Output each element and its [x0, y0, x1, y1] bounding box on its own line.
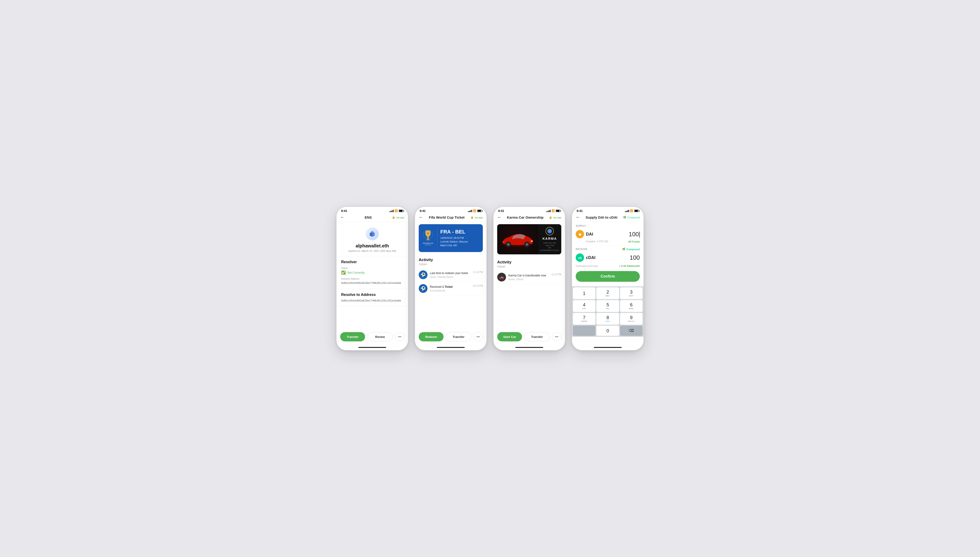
home-indicator — [437, 347, 465, 348]
nav-title: Karma Car Ownership — [507, 215, 544, 219]
svg-text:FIFA WORLD CUP: FIFA WORLD CUP — [423, 243, 433, 244]
phones-container: 9:41 📶 ← ENS 🔒 aw.app — [336, 207, 644, 350]
resolver-status-row: ✅ Set Correctly — [341, 270, 403, 275]
key-9[interactable]: 9WXYZ — [620, 313, 642, 325]
renew-button[interactable]: Renew — [367, 332, 393, 341]
key-8[interactable]: 8TUV — [596, 313, 619, 325]
ens-logo — [366, 228, 379, 241]
key-5[interactable]: 5JKL — [596, 300, 619, 312]
karma-logo — [546, 227, 554, 235]
battery-icon — [399, 210, 403, 212]
key-3[interactable]: 3DEF — [620, 287, 642, 299]
avatar-1: ⚽ — [419, 270, 427, 279]
activity-time-1: 11:13 PM — [473, 270, 483, 274]
svg-text:cD: cD — [578, 256, 582, 260]
nav-bar-karma: ← Karma Car Ownership 🔒 aw.app — [494, 213, 565, 222]
car-img-left — [497, 224, 538, 254]
all-funds-button[interactable]: All Funds — [628, 240, 640, 244]
svg-text:⚽: ⚽ — [421, 286, 426, 291]
supply-content: SUPPLY ◈ DAI 100 — [572, 222, 644, 347]
battery-icon — [556, 210, 560, 212]
resolver-address: 0x80cc263cb3fA1bE2AeC748b3811261c1E2a1ba… — [341, 281, 403, 285]
activity-date: TODAY — [497, 265, 561, 268]
redeem-button[interactable]: Redeem — [419, 332, 444, 341]
karma-details: Holder Year: 2013 Colour: Red VIN: KL3TA… — [540, 242, 559, 252]
back-button[interactable]: ← — [497, 215, 501, 220]
transfer-button[interactable]: Transfer — [340, 332, 365, 341]
svg-text:RUSSIA 2018: RUSSIA 2018 — [425, 244, 431, 246]
key-0[interactable]: 0 — [596, 326, 619, 336]
status-time: 9:41 — [577, 209, 583, 213]
more-button[interactable]: ••• — [552, 332, 561, 341]
nav-bar-supply: ← Supply DAI to cDAI 🌿 Compound — [572, 213, 644, 222]
phone-karma: 9:41 📶 ← Karma Car Ownership 🔒 aw.app — [493, 207, 565, 350]
key-6[interactable]: 6MNO — [620, 300, 642, 312]
svg-point-17 — [531, 241, 533, 242]
activity-sub-1: Issuer: Shankai Sports — [430, 276, 471, 278]
signal-icon — [468, 210, 472, 212]
cdai-name: cDAI — [586, 255, 595, 260]
svg-point-3 — [427, 233, 429, 234]
compound-badge: 🌿 Compound — [622, 248, 640, 251]
resolve-section: Resolve to Address 0x80cc263cb3fA1bE2AeC… — [336, 289, 408, 306]
compound-icon: 🌿 — [622, 248, 625, 251]
karma-content: KARMA Holder Year: 2013 Colour: Red VIN:… — [494, 222, 565, 329]
ens-expires: expires on: March 21, 2021 (256 days lef… — [348, 249, 396, 252]
start-car-button[interactable]: Start Car — [497, 332, 522, 341]
karma-avatar: 🚗 — [497, 273, 506, 282]
more-button[interactable]: ••• — [395, 332, 404, 341]
dai-token-row: ◈ DAI 100 — [576, 230, 640, 238]
karma-activity-section: Activity TODAY 🚗 Karma Car is transferab… — [494, 257, 565, 284]
karma-activity-body: Karma Car is transferable now Issuer: Un… — [508, 274, 549, 280]
fifa-bottom-actions: Redeem Transfer ••• — [415, 329, 486, 347]
battery-icon — [634, 210, 639, 212]
transfer-button[interactable]: Transfer — [446, 332, 471, 341]
karma-holder: Holder Year: 2013 — [543, 242, 556, 244]
resolve-title: Resolve to Address — [341, 293, 403, 297]
ticket-zone: Match Club, MO — [440, 244, 480, 248]
signal-icon — [390, 210, 394, 212]
ticket-date: 14/06/2018 | 06:00 PM — [440, 236, 480, 240]
dai-amount: 100 — [629, 231, 640, 238]
svg-point-13 — [508, 244, 509, 245]
ticket-left: FIFA WORLD CUP RUSSIA 2018 — [419, 224, 437, 252]
wifi-icon: 📶 — [395, 209, 398, 212]
numpad: 1 2ABC 3DEF 4GHI 5JKL 6MNO 7PQRS 8TUV 9W… — [572, 287, 644, 337]
back-button[interactable]: ← — [419, 215, 423, 220]
compound-name: Compound — [626, 248, 640, 251]
svg-rect-1 — [426, 239, 430, 240]
supply-label: SUPPLY — [576, 225, 640, 227]
key-2[interactable]: 2ABC — [596, 287, 619, 299]
phone-ens: 9:41 📶 ← ENS 🔒 aw.app — [336, 207, 408, 350]
cdai-amount: 100 — [630, 254, 640, 261]
transfer-button[interactable]: Transfer — [524, 332, 550, 341]
supply-section: SUPPLY ◈ DAI 100 — [572, 222, 644, 287]
confirm-button[interactable]: Confirm — [576, 271, 640, 282]
key-4[interactable]: 4GHI — [573, 300, 595, 312]
back-button[interactable]: ← — [576, 215, 580, 220]
cursor — [639, 231, 640, 238]
key-backspace[interactable]: ⌫ — [620, 326, 642, 336]
svg-text:◈: ◈ — [578, 232, 582, 236]
car-image: KARMA Holder Year: 2013 Colour: Red VIN:… — [497, 224, 561, 254]
dai-name: DAI — [586, 232, 593, 237]
nav-badge-compound: 🌿 Compound — [623, 216, 640, 219]
ticket-card: FIFA WORLD CUP RUSSIA 2018 FRA - BEL 14/… — [419, 224, 483, 252]
home-indicator — [594, 347, 622, 348]
key-empty — [573, 326, 595, 336]
wifi-icon: 📶 — [551, 209, 555, 212]
key-1[interactable]: 1 — [573, 287, 595, 299]
karma-activity-item: 🚗 Karma Car is transferable now Issuer: … — [497, 270, 561, 284]
nav-badge-text: aw.app — [475, 216, 483, 219]
key-7[interactable]: 7PQRS — [573, 313, 595, 325]
activity-body-1: Last time to redeem your ticket Issuer: … — [430, 271, 471, 278]
karma-activity-text: Karma Car is transferable now — [508, 274, 549, 278]
activity-title: Activity — [419, 257, 483, 262]
ens-logo-section: alphawallet.eth expires on: March 21, 20… — [336, 222, 408, 256]
compound-leaf-icon: 🌿 — [623, 216, 626, 219]
receive-row: RECEIVE 🌿 Compound — [576, 248, 640, 251]
karma-activity-time: 11:13 PM — [551, 273, 561, 276]
back-button[interactable]: ← — [340, 215, 344, 220]
ens-bottom-actions: Transfer Renew ••• — [336, 329, 408, 347]
more-button[interactable]: ••• — [473, 332, 483, 341]
